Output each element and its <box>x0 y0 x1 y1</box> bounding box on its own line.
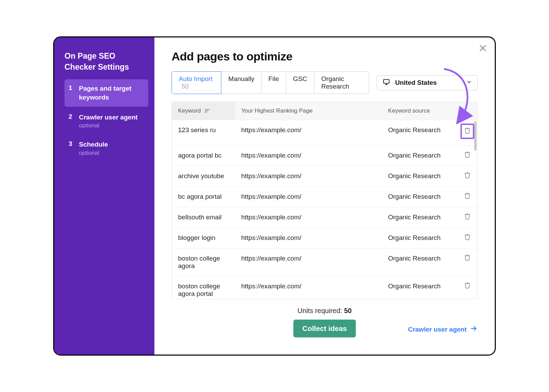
step-number: 2 <box>69 113 73 120</box>
cell-source: Organic Research <box>382 120 457 140</box>
table-row: archive youtubehttps://example.com/Organ… <box>172 166 477 186</box>
cell-keyword: blogger login <box>172 228 235 248</box>
chevron-down-icon <box>466 79 472 87</box>
trash-icon <box>464 282 471 290</box>
tab-organic-research[interactable]: Organic Research <box>314 71 369 94</box>
step-number: 3 <box>69 140 73 148</box>
trash-icon <box>464 254 471 263</box>
cell-source: Organic Research <box>382 166 457 186</box>
table-row: blogger loginhttps://example.com/Organic… <box>172 228 477 248</box>
cell-source: Organic Research <box>382 187 457 207</box>
toolbar: Auto Import 50 Manually File GSC Organic… <box>172 71 478 94</box>
cell-source: Organic Research <box>382 249 457 268</box>
table-row: bellsouth emailhttps://example.com/Organ… <box>172 207 477 228</box>
tab-gsc[interactable]: GSC <box>286 71 314 94</box>
crawler-link-label: Crawler user agent <box>408 326 467 333</box>
country-select[interactable]: United States <box>377 75 478 90</box>
table-row: 123 series ruhttps://example.com/Organic… <box>172 120 477 145</box>
table-header: Keyword Your Highest Ranking Page Keywor… <box>172 102 477 120</box>
desktop-icon <box>383 78 390 88</box>
trash-icon <box>464 213 471 221</box>
col-keyword[interactable]: Keyword <box>172 102 235 120</box>
delete-row-button[interactable] <box>457 166 477 186</box>
cell-page: https://example.com/ <box>235 207 382 227</box>
step-schedule[interactable]: 3 Schedule optional <box>65 135 148 161</box>
col-source[interactable]: Keyword source <box>382 102 457 120</box>
main-panel: Add pages to optimize Auto Import 50 Man… <box>154 37 495 355</box>
cell-source: Organic Research <box>382 207 457 227</box>
cell-page: https://example.com/ <box>235 276 382 296</box>
trash-icon <box>460 124 474 139</box>
sort-icon <box>205 109 210 113</box>
step-label: Crawler user agent <box>79 113 144 122</box>
cell-keyword: 123 series ru <box>172 120 235 140</box>
trash-icon <box>464 151 471 160</box>
tab-manually[interactable]: Manually <box>221 71 261 94</box>
cell-keyword: bellsouth email <box>172 207 235 227</box>
cell-source: Organic Research <box>382 146 457 165</box>
units-label: Units required: <box>297 307 344 314</box>
delete-row-button[interactable] <box>457 207 477 228</box>
cell-keyword: boston college agora <box>172 249 235 276</box>
footer: Units required: 50 Collect ideas Crawler… <box>172 299 478 337</box>
col-page[interactable]: Your Highest Ranking Page <box>235 102 382 120</box>
step-label: Pages and target keywords <box>79 84 144 102</box>
sidebar-title: On Page SEO Checker Settings <box>65 50 148 72</box>
cell-page: https://example.com/ <box>235 187 382 207</box>
units-required: Units required: 50 <box>172 307 478 315</box>
trash-icon <box>464 233 471 242</box>
keywords-table: Keyword Your Highest Ranking Page Keywor… <box>172 102 478 299</box>
step-label: Schedule <box>79 140 144 149</box>
settings-sidebar: On Page SEO Checker Settings 1 Pages and… <box>54 37 154 355</box>
cell-page: https://example.com/ <box>235 228 382 248</box>
step-optional: optional <box>79 150 144 157</box>
cell-keyword: agora portal bc <box>172 146 235 165</box>
step-pages-keywords[interactable]: 1 Pages and target keywords <box>65 79 148 106</box>
table-body: 123 series ruhttps://example.com/Organic… <box>172 120 477 299</box>
close-icon[interactable] <box>478 44 487 54</box>
trash-icon <box>464 172 471 180</box>
cell-keyword: boston college agora portal <box>172 276 235 299</box>
table-row: boston college agora portalhttps://examp… <box>172 276 477 299</box>
table-row: agora portal bchttps://example.com/Organ… <box>172 145 477 166</box>
cell-page: https://example.com/ <box>235 146 382 165</box>
col-keyword-label: Keyword <box>178 107 201 114</box>
cell-source: Organic Research <box>382 228 457 248</box>
tab-file[interactable]: File <box>261 71 286 94</box>
delete-row-button[interactable] <box>457 276 477 297</box>
table-row: bc agora portalhttps://example.com/Organ… <box>172 186 477 207</box>
cell-page: https://example.com/ <box>235 120 382 140</box>
tab-count: 50 <box>182 83 189 90</box>
step-optional: optional <box>79 122 144 129</box>
collect-ideas-button[interactable]: Collect ideas <box>293 320 356 337</box>
table-row: boston college agorahttps://example.com/… <box>172 248 477 276</box>
arrow-right-icon <box>470 325 478 334</box>
modal-frame: On Page SEO Checker Settings 1 Pages and… <box>53 36 496 356</box>
trash-icon <box>464 192 471 201</box>
cell-keyword: archive youtube <box>172 166 235 186</box>
import-tabs: Auto Import 50 Manually File GSC Organic… <box>172 71 369 94</box>
step-crawler-agent[interactable]: 2 Crawler user agent optional <box>65 108 148 134</box>
delete-row-button[interactable] <box>457 249 477 269</box>
crawler-user-agent-link[interactable]: Crawler user agent <box>408 325 478 334</box>
delete-row-button[interactable] <box>457 187 477 207</box>
svg-rect-2 <box>384 79 389 83</box>
cell-keyword: bc agora portal <box>172 187 235 207</box>
cell-page: https://example.com/ <box>235 166 382 186</box>
tab-label: Auto Import <box>179 75 212 82</box>
units-value: 50 <box>344 307 352 314</box>
country-label: United States <box>395 79 436 87</box>
step-number: 1 <box>69 84 73 92</box>
scrollbar[interactable] <box>474 121 477 151</box>
page-title: Add pages to optimize <box>172 50 478 63</box>
col-actions <box>457 102 477 120</box>
cell-source: Organic Research <box>382 276 457 296</box>
tab-auto-import[interactable]: Auto Import 50 <box>172 71 221 94</box>
cell-page: https://example.com/ <box>235 249 382 268</box>
delete-row-button[interactable] <box>457 228 477 248</box>
